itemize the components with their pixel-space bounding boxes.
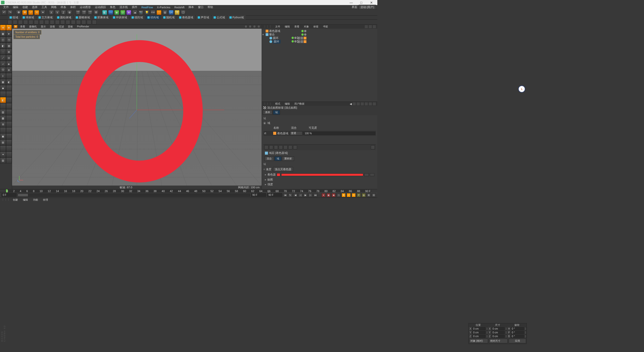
pos-key-button[interactable]: ✥ [342, 193, 346, 197]
play-back-button[interactable]: ◁ [298, 193, 302, 197]
coord-system-button[interactable]: ⊕ [67, 10, 72, 15]
fir-2[interactable] [269, 145, 273, 149]
misc-icon[interactable]: ◆ [0, 85, 6, 91]
field-python[interactable]: Python域 [227, 15, 246, 20]
menu-plugins[interactable]: 插件 [130, 5, 139, 10]
obj-tab-edit[interactable]: 编辑 [283, 25, 292, 29]
axis-mode-icon[interactable]: Ⓢ [0, 67, 6, 73]
qr-button[interactable]: QR [169, 10, 174, 15]
menu-pipeline[interactable]: 流水线 [118, 5, 130, 10]
vp-nav2-icon[interactable] [249, 25, 252, 28]
menu-create[interactable]: 创建 [21, 5, 30, 10]
fir-7[interactable] [293, 145, 297, 149]
field-group[interactable]: 组域 [8, 15, 20, 20]
render-settings-button[interactable]: ⚙ [94, 10, 99, 15]
point-mode-icon[interactable]: ⋮ [0, 49, 6, 55]
obj-tab-file[interactable]: 文件 [273, 25, 282, 29]
param-key-button[interactable]: P [357, 193, 361, 197]
goto-end-button[interactable]: ⏭ [313, 193, 317, 197]
field-random[interactable]: 随机域 [161, 15, 177, 20]
poly-mode-icon[interactable]: ▱ [0, 61, 6, 67]
goto-start-button[interactable]: ⏮ [283, 193, 287, 197]
mograph-button[interactable]: ⬡ [156, 10, 162, 15]
vp-axis-icon[interactable]: ✥ [14, 25, 18, 28]
autokey-button[interactable]: ◉ [327, 193, 331, 197]
vp-menu-filter[interactable]: 过滤 [57, 25, 65, 29]
wire-icon[interactable]: ◳ [6, 37, 12, 43]
menu-window[interactable]: 窗口 [196, 5, 205, 10]
field-linear[interactable]: 线性域 [130, 15, 145, 20]
obj-tab-view[interactable]: 查看 [292, 25, 301, 29]
layer-tab-remap[interactable]: 重映射 [282, 156, 294, 161]
next-frame-button[interactable]: ▷ [308, 193, 312, 197]
magnet-icon[interactable]: ⧲ [0, 73, 6, 79]
menu-xparticles[interactable]: X-Particles [155, 5, 172, 9]
scale-tool[interactable]: ⤢ [28, 10, 33, 15]
noise2-icon[interactable]: ▩ [0, 115, 6, 121]
misc3-icon[interactable]: ✦ [0, 151, 6, 157]
record-button[interactable]: ● [321, 193, 326, 197]
tb3-6[interactable] [34, 20, 38, 24]
menu-redshift[interactable]: Redshift [173, 5, 186, 9]
menu-character[interactable]: 角色 [108, 5, 117, 10]
loop-button[interactable]: ↻ [288, 193, 292, 197]
grid-icon[interactable]: ⊞ [0, 121, 6, 127]
color-expand-icon[interactable]: ▸ [265, 173, 266, 176]
fir-3[interactable] [274, 145, 278, 149]
tb3-5[interactable] [29, 20, 33, 24]
obj-tab-bookmarks[interactable]: 书签 [321, 25, 330, 29]
generator-button[interactable]: ◉ [114, 10, 119, 15]
cam2-icon[interactable]: ▤ [0, 139, 6, 145]
keysel-button[interactable]: ◇ [337, 193, 341, 197]
move-axis-icon[interactable]: ✥ [0, 25, 6, 31]
field-sphere[interactable]: 球体域 [21, 15, 36, 20]
attr-i4[interactable] [365, 102, 368, 105]
snap-icon[interactable]: ⊚ [6, 67, 12, 73]
tb3-7[interactable] [39, 20, 44, 24]
misc4-icon[interactable]: ▨ [0, 157, 6, 163]
tl-more1-button[interactable]: ⊞ [367, 193, 371, 197]
mat-create[interactable]: 创建 [11, 198, 20, 202]
mat-edit[interactable]: 编辑 [21, 198, 30, 202]
field-capsule[interactable]: 胶囊体域 [92, 15, 110, 20]
obj-search-icon[interactable] [365, 25, 368, 28]
expand-strength[interactable]: ▸强度 [263, 182, 376, 187]
attr-subtab-basic[interactable]: 基本 [263, 110, 272, 115]
vp-menu-panel[interactable]: 面板 [66, 25, 74, 29]
select-tool[interactable]: ✥ [16, 10, 21, 15]
tb3-3[interactable] [18, 20, 23, 24]
tb3-2[interactable] [13, 20, 17, 24]
layer-tab-blend[interactable]: 混合 [264, 156, 274, 161]
attr-i1[interactable] [353, 102, 356, 105]
vp-nav1-icon[interactable] [245, 25, 247, 28]
fir-4[interactable] [279, 145, 283, 149]
prev-frame-button[interactable]: ◀ [293, 193, 297, 197]
tree-row[interactable]: 圆环 [262, 40, 377, 43]
fir-5[interactable] [284, 145, 288, 149]
field-shader[interactable]: 着色器域 [177, 15, 195, 20]
vp-menu-prorender[interactable]: ProRender [75, 25, 91, 28]
menu-help[interactable]: 帮助 [206, 5, 215, 10]
move-axis2-icon[interactable]: ✥ [6, 25, 12, 31]
model-mode-icon[interactable]: ◫ [0, 37, 6, 43]
editable-icon[interactable]: ▦ [0, 31, 6, 37]
field-radio[interactable] [263, 122, 266, 124]
field-list-item[interactable]: 着色器域 普通 100 % [263, 131, 376, 136]
mat-function[interactable]: 功能 [31, 198, 40, 202]
menu-mesh[interactable]: 网格 [49, 5, 58, 10]
field-formula[interactable]: 公式域 [212, 15, 227, 20]
menu-script[interactable]: 脚本 [187, 5, 196, 10]
generator2-button[interactable]: ◎ [120, 10, 125, 15]
viewsolo-icon[interactable]: ◧ [0, 97, 6, 103]
obj-layout-icon[interactable] [373, 25, 376, 28]
obj-filter-icon[interactable] [369, 25, 372, 28]
undo-button[interactable]: ↶ [2, 10, 7, 15]
vp-menu-camera[interactable]: 摄像机 [28, 25, 38, 29]
color-menu2-button[interactable] [370, 173, 374, 176]
field-radial[interactable]: 径向域 [145, 15, 161, 20]
recent-tool[interactable]: ✦ [40, 10, 45, 15]
render-region-button[interactable]: 🎬 [82, 10, 87, 15]
fir-del[interactable] [371, 145, 375, 149]
layer-tab-field[interactable]: 域 [274, 156, 281, 161]
field-cylinder[interactable]: 圆柱体域 [55, 15, 73, 20]
